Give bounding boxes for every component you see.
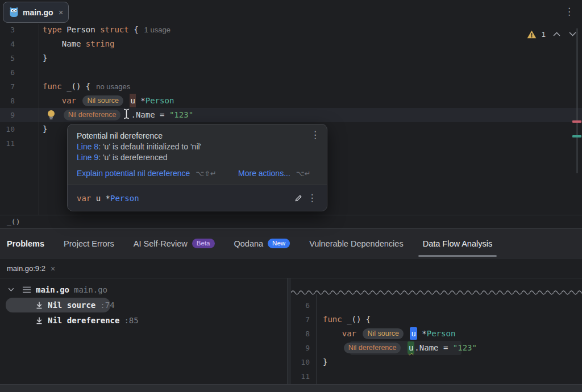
- warning-icon: [527, 30, 537, 39]
- code-token: }: [43, 124, 47, 134]
- popup-declaration-row: var u *Person ⋮: [68, 185, 327, 211]
- code-line-10[interactable]: }: [43, 122, 47, 136]
- code-token: *: [106, 194, 110, 203]
- code-line-5[interactable]: }: [43, 51, 47, 65]
- editor-tab-main-go[interactable]: main.go ×: [3, 2, 69, 23]
- tab-label: Problems: [7, 239, 44, 248]
- preview-line-8[interactable]: var Nil source u *Person: [323, 327, 455, 341]
- code-token: [323, 343, 342, 352]
- line-number: 9: [291, 341, 310, 355]
- editor-tab-bar: main.go × ⋮: [0, 0, 582, 24]
- analysis-doc-tab-bar: main.go:9:2 ×: [0, 259, 582, 278]
- edit-pencil-icon[interactable]: [292, 191, 305, 205]
- code-token: 1 usage: [144, 26, 171, 34]
- editor-options-kebab-icon[interactable]: ⋮: [564, 7, 574, 16]
- intention-lightbulb-icon[interactable]: [46, 109, 56, 121]
- code-line-9[interactable]: Nil dereference.Name = "123": [43, 108, 193, 122]
- folded-region-wave: [291, 287, 582, 294]
- code-token: .Name: [414, 343, 443, 352]
- tab-vulnerable-dependencies[interactable]: Vulnerable Dependencies: [309, 229, 404, 258]
- popup-code-kebab-icon[interactable]: ⋮: [305, 191, 319, 205]
- code-token: u: [96, 194, 106, 203]
- line-8-text: : 'u' is default initialized to 'nil': [98, 142, 201, 151]
- line-number: 5: [0, 51, 15, 65]
- code-token: var: [62, 96, 81, 105]
- line-number: 11: [0, 136, 15, 151]
- text-cursor-icon: [123, 108, 130, 124]
- code-token: func: [323, 315, 342, 324]
- code-token: =: [160, 110, 169, 119]
- tab-project-errors[interactable]: Project Errors: [64, 229, 114, 258]
- breadcrumb[interactable]: _(): [7, 218, 20, 226]
- tree-row-nil-source[interactable]: Nil source :74: [0, 298, 115, 312]
- line-number: 11: [291, 369, 310, 383]
- nil-source-marker-icon: [35, 301, 43, 310]
- code-line-3[interactable]: type Person struct {1 usage: [43, 23, 171, 37]
- error-stripe-mark[interactable]: [572, 120, 581, 123]
- code-token: }: [43, 53, 47, 62]
- code-token: .Name: [131, 110, 160, 119]
- tab-problems[interactable]: Problems: [7, 229, 44, 258]
- code-token: Person: [427, 329, 456, 338]
- code-token: u: [410, 327, 417, 340]
- code-token: Name: [43, 39, 86, 48]
- tree-file-package: main.go: [74, 285, 107, 294]
- tree-item-label: Nil dereference: [48, 316, 119, 325]
- tree-row-file[interactable]: main.go main.go: [0, 282, 107, 297]
- code-token: u: [408, 341, 414, 354]
- code-token: type: [43, 25, 62, 34]
- editor-tab-title: main.go: [23, 8, 53, 17]
- prev-problem-icon[interactable]: [553, 32, 560, 36]
- tab-qodana[interactable]: Qodana New: [234, 229, 290, 258]
- ok-stripe-mark[interactable]: [572, 135, 581, 137]
- line-number: 10: [0, 122, 15, 136]
- tab-close-icon[interactable]: ×: [59, 7, 64, 17]
- editor-scrollbar[interactable]: [576, 28, 578, 173]
- doc-tab-main-go-9-2[interactable]: main.go:9:2: [7, 264, 45, 273]
- tab-label: Project Errors: [64, 239, 114, 248]
- popup-line-8-message: Line 8: 'u' is default initialized to 'n…: [77, 141, 318, 152]
- gutter-separator: [39, 24, 39, 215]
- explain-nil-dereference-link[interactable]: Explain potential nil dereference: [77, 168, 190, 179]
- line-number: 8: [0, 94, 15, 108]
- tab-label: AI Self-Review: [134, 239, 188, 248]
- tab-ai-self-review[interactable]: AI Self-Review Beta: [134, 229, 215, 258]
- preview-line-9[interactable]: Nil dereference u.Name = "123": [323, 341, 477, 355]
- code-token: struct: [100, 25, 129, 34]
- code-token: Nil dereference: [64, 110, 121, 120]
- line-number: 6: [0, 65, 15, 80]
- tree-item-label: Nil source: [48, 301, 95, 310]
- panel-splitter[interactable]: [287, 278, 291, 384]
- status-bar: [0, 384, 582, 392]
- next-problem-icon[interactable]: [569, 32, 576, 36]
- nil-dereference-marker-icon: [35, 316, 43, 325]
- code-line-8[interactable]: var Nil source u *Person: [43, 94, 174, 108]
- new-badge: New: [268, 239, 290, 248]
- code-token: "123": [453, 343, 477, 352]
- popup-kebab-icon[interactable]: ⋮: [310, 130, 320, 140]
- code-token: Nil source: [82, 95, 123, 106]
- tree-row-nil-dereference[interactable]: Nil dereference :85: [0, 313, 139, 328]
- code-token: var: [77, 194, 96, 203]
- code-token: Person: [110, 194, 139, 203]
- code-token: _() {: [62, 82, 91, 91]
- inspection-widget: 1: [527, 28, 576, 40]
- code-token: Nil source: [363, 328, 404, 339]
- code-token: Nil dereference: [344, 343, 401, 353]
- tab-data-flow-analysis[interactable]: Data Flow Analysis: [423, 229, 493, 258]
- code-line-7[interactable]: func _() {no usages: [43, 80, 130, 94]
- doc-tab-close-icon[interactable]: ×: [51, 264, 55, 273]
- tree-item-offset: :74: [100, 301, 114, 310]
- line-8-link[interactable]: Line 8: [77, 142, 98, 151]
- code-token: _() {: [342, 315, 371, 324]
- preview-line-10[interactable]: }: [323, 355, 327, 369]
- chevron-down-icon[interactable]: [8, 287, 14, 292]
- code-token: "123": [169, 110, 193, 119]
- more-actions-shortcut: ⌥↵: [296, 168, 311, 179]
- tool-window-tab-bar: Problems Project Errors AI Self-Review B…: [0, 228, 582, 258]
- preview-line-7[interactable]: func _() {: [323, 312, 371, 327]
- code-token: var: [342, 329, 361, 338]
- line-9-link[interactable]: Line 9: [77, 153, 98, 162]
- code-line-4[interactable]: Name string: [43, 37, 114, 51]
- more-actions-link[interactable]: More actions...: [238, 168, 290, 179]
